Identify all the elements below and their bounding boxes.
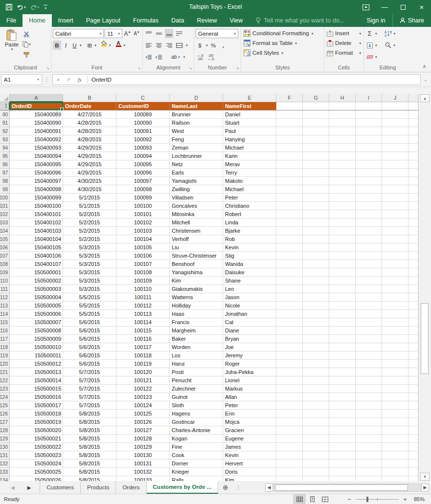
cell[interactable]: Brunner <box>170 110 223 119</box>
row-header-120[interactable]: 120 <box>0 360 10 368</box>
column-header-I[interactable]: I <box>356 94 382 102</box>
formula-bar-value[interactable]: OrderID <box>90 77 112 83</box>
cell[interactable] <box>329 177 356 185</box>
cell[interactable]: 100091 <box>116 127 170 135</box>
sheet-tab-customers[interactable]: Customers <box>40 481 81 494</box>
cell[interactable] <box>276 376 303 385</box>
cell[interactable]: 100097 <box>116 177 170 185</box>
cell[interactable]: James <box>223 443 276 451</box>
fill-dropdown-icon[interactable]: ▾ <box>375 44 377 47</box>
cell[interactable]: 4/30/2015 <box>63 185 116 194</box>
cell[interactable]: 100122 <box>116 385 170 393</box>
cell[interactable] <box>356 194 382 202</box>
row-header-121[interactable]: 121 <box>0 368 10 376</box>
cell[interactable] <box>303 468 329 476</box>
cell[interactable] <box>329 160 356 169</box>
cell[interactable]: 150400092 <box>10 135 63 144</box>
cell[interactable]: 150400093 <box>10 144 63 152</box>
cell[interactable] <box>382 368 408 376</box>
cell[interactable]: 5/8/2015 <box>63 476 116 481</box>
cell[interactable] <box>356 160 382 169</box>
cell[interactable] <box>303 160 329 169</box>
cell[interactable]: 100102 <box>116 219 170 227</box>
cell[interactable]: Verhoff <box>170 235 223 243</box>
cell[interactable] <box>356 202 382 210</box>
cell[interactable]: 5/2/2015 <box>63 219 116 227</box>
cell[interactable] <box>382 302 408 310</box>
cell[interactable] <box>382 327 408 335</box>
cell[interactable] <box>329 102 356 110</box>
cell[interactable] <box>356 210 382 219</box>
cell[interactable] <box>276 302 303 310</box>
cell[interactable]: 5/3/2015 <box>63 260 116 268</box>
minimize-button[interactable]: — <box>375 0 394 14</box>
cell[interactable] <box>382 144 408 152</box>
cell[interactable]: Kogan <box>170 435 223 443</box>
zoom-slider[interactable] <box>356 496 399 503</box>
cell[interactable] <box>276 393 303 401</box>
cell[interactable] <box>303 119 329 127</box>
cell[interactable]: West <box>170 127 223 135</box>
cell[interactable] <box>382 318 408 327</box>
cell[interactable] <box>303 277 329 285</box>
cell[interactable]: 5/8/2015 <box>63 418 116 426</box>
page-layout-view-button[interactable] <box>306 494 318 504</box>
alignment-dialog-launcher[interactable]: ↘ <box>189 66 192 70</box>
cell[interactable] <box>276 152 303 160</box>
cell[interactable] <box>329 468 356 476</box>
font-size-combo[interactable]: 11▾ <box>105 29 122 38</box>
sort-filter-dropdown-icon[interactable]: ▾ <box>394 32 396 35</box>
cell[interactable]: 5/2/2015 <box>63 210 116 219</box>
cell[interactable] <box>303 327 329 335</box>
cell[interactable]: 150500001 <box>10 268 63 277</box>
cell[interactable]: Holliday <box>170 302 223 310</box>
cell[interactable] <box>329 135 356 144</box>
cell[interactable] <box>276 327 303 335</box>
cell[interactable] <box>303 376 329 385</box>
cell[interactable]: Baker <box>170 335 223 343</box>
cell[interactable] <box>329 110 356 119</box>
cell[interactable]: 4/29/2015 <box>63 144 116 152</box>
row-header-114[interactable]: 114 <box>0 310 10 318</box>
cell[interactable] <box>329 443 356 451</box>
cell[interactable] <box>276 343 303 351</box>
cell[interactable] <box>329 227 356 235</box>
row-header-97[interactable]: 97 <box>0 169 10 177</box>
cell[interactable]: 5/3/2015 <box>63 268 116 277</box>
cell[interactable] <box>382 310 408 318</box>
cell[interactable]: 4/28/2015 <box>63 127 116 135</box>
header-cell[interactable]: OrderDate <box>63 102 116 110</box>
cell[interactable]: Watterns <box>170 293 223 302</box>
cell[interactable]: Lionel <box>223 376 276 385</box>
row-header-108[interactable]: 108 <box>0 260 10 268</box>
cell[interactable] <box>382 426 408 435</box>
cell[interactable] <box>303 177 329 185</box>
format-cells-button[interactable]: Format ▾ <box>326 48 362 58</box>
cell[interactable]: 150500010 <box>10 343 63 351</box>
previous-sheet-icon[interactable]: ◀ <box>11 485 15 490</box>
cell[interactable]: Harui <box>170 360 223 368</box>
comma-style-button[interactable]: , <box>219 41 227 50</box>
cell[interactable]: 100100 <box>116 202 170 210</box>
cell[interactable]: 5/8/2015 <box>63 460 116 468</box>
cell[interactable] <box>356 252 382 260</box>
paste-button[interactable]: Paste ▾ <box>1 28 22 65</box>
row-header-106[interactable]: 106 <box>0 243 10 252</box>
cell[interactable]: Doris <box>223 468 276 476</box>
clear-dropdown-icon[interactable]: ▾ <box>375 55 377 59</box>
cell[interactable] <box>303 351 329 360</box>
cell[interactable] <box>382 410 408 418</box>
ribbon-tab-page-layout[interactable]: Page Layout <box>80 14 127 27</box>
cell[interactable] <box>276 127 303 135</box>
merge-center-button[interactable] <box>175 41 183 50</box>
cell[interactable]: 100099 <box>116 194 170 202</box>
cell[interactable]: Paul <box>223 127 276 135</box>
scroll-up-icon[interactable]: ▲ <box>420 94 430 102</box>
cell[interactable] <box>303 185 329 194</box>
cell[interactable]: Ralls <box>170 476 223 481</box>
cell[interactable] <box>382 219 408 227</box>
cell[interactable]: Rob <box>223 235 276 243</box>
row-header-91[interactable]: 91 <box>0 119 10 127</box>
cell[interactable] <box>356 318 382 327</box>
cell[interactable]: Diane <box>223 327 276 335</box>
